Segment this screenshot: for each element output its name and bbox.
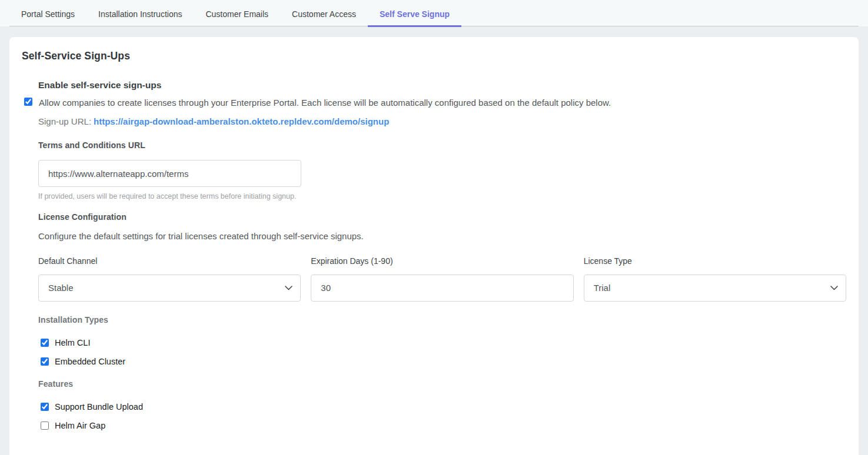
self-service-signups-card: Self-Service Sign-Ups Enable self-servic… <box>9 37 859 455</box>
terms-url-label: Terms and Conditions URL <box>38 140 846 150</box>
signup-url-line: Sign-up URL:https://airgap-download-ambe… <box>38 116 846 126</box>
installation-types-list: Helm CLI Embedded Cluster <box>38 339 846 366</box>
tab-installation-instructions[interactable]: Installation Instructions <box>87 0 194 27</box>
tab-strip: Portal Settings Installation Instruction… <box>9 0 859 26</box>
option-helm-cli: Helm CLI <box>38 339 846 347</box>
expiration-days-input[interactable] <box>311 275 573 302</box>
page-title: Self-Service Sign-Ups <box>22 50 846 62</box>
enable-signups-row: Allow companies to create licenses throu… <box>24 97 846 109</box>
embedded-cluster-checkbox[interactable] <box>41 357 49 366</box>
features-label: Features <box>38 379 846 389</box>
default-channel-label: Default Channel <box>38 256 301 266</box>
tab-self-serve-signup[interactable]: Self Serve Signup <box>368 0 461 27</box>
option-support-bundle-upload: Support Bundle Upload <box>38 403 846 411</box>
enable-signups-description: Allow companies to create licenses throu… <box>39 97 611 109</box>
terms-helper-text: If provided, users will be required to a… <box>38 192 846 200</box>
signup-url-label: Sign-up URL: <box>38 116 91 126</box>
enable-signups-checkbox[interactable] <box>24 98 32 106</box>
default-channel-field: Default Channel Stable <box>38 256 301 302</box>
default-channel-select[interactable]: Stable <box>38 275 301 302</box>
support-bundle-upload-label[interactable]: Support Bundle Upload <box>55 402 143 411</box>
signup-settings-section: Enable self-service sign-ups Allow compa… <box>38 80 846 430</box>
license-type-field: License Type Trial <box>584 256 846 302</box>
enable-signups-heading: Enable self-service sign-ups <box>38 80 846 91</box>
license-type-label: License Type <box>584 256 846 266</box>
license-configuration-description: Configure the default settings for trial… <box>38 230 846 242</box>
option-helm-air-gap: Helm Air Gap <box>38 421 846 430</box>
expiration-days-label: Expiration Days (1-90) <box>311 256 573 266</box>
helm-air-gap-label[interactable]: Helm Air Gap <box>55 421 105 430</box>
installation-types-label: Installation Types <box>38 315 846 324</box>
tab-portal-settings[interactable]: Portal Settings <box>9 0 87 27</box>
helm-air-gap-checkbox[interactable] <box>41 421 49 430</box>
helm-cli-checkbox[interactable] <box>41 339 49 347</box>
license-configuration-label: License Configuration <box>38 212 846 222</box>
helm-cli-label[interactable]: Helm CLI <box>55 338 90 347</box>
support-bundle-upload-checkbox[interactable] <box>41 403 49 411</box>
features-list: Support Bundle Upload Helm Air Gap <box>38 403 846 430</box>
tab-bar: Portal Settings Installation Instruction… <box>0 0 868 26</box>
embedded-cluster-label[interactable]: Embedded Cluster <box>55 357 125 366</box>
signup-url-link[interactable]: https://airgap-download-amberalston.okte… <box>94 116 389 126</box>
tab-customer-emails[interactable]: Customer Emails <box>194 0 280 27</box>
terms-url-input[interactable] <box>38 160 301 187</box>
license-config-grid: Default Channel Stable Expiration Days (… <box>38 256 846 302</box>
option-embedded-cluster: Embedded Cluster <box>38 357 846 366</box>
tab-customer-access[interactable]: Customer Access <box>280 0 368 27</box>
expiration-days-field: Expiration Days (1-90) <box>311 256 573 302</box>
license-type-select[interactable]: Trial <box>584 275 846 302</box>
